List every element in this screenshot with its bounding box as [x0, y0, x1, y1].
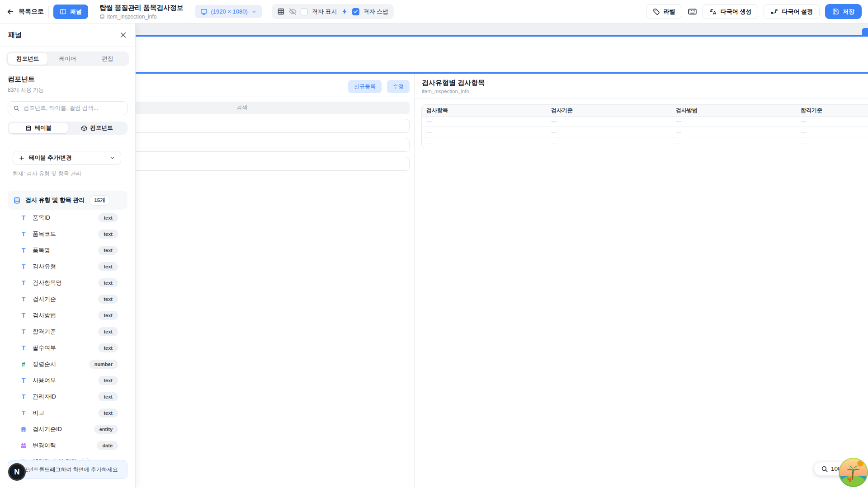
field-row[interactable]: T합격기준text — [8, 324, 127, 340]
back-button[interactable]: 목록으로 — [6, 8, 44, 16]
text-type-icon: T — [20, 377, 27, 384]
components-count: 83개 사용 가능 — [8, 86, 127, 94]
text-type-icon: T — [20, 214, 27, 221]
grid-show-checkbox[interactable] — [301, 8, 308, 15]
search-icon — [13, 105, 20, 112]
tab-components[interactable]: 컴포넌트 — [8, 53, 47, 65]
monitor-icon — [200, 8, 208, 15]
component-search-input[interactable]: 컴포넌트, 테이블, 컬럼 검색... — [8, 101, 127, 115]
tag-icon — [653, 8, 660, 15]
column-header: 검사기준 — [551, 107, 676, 114]
divider — [48, 6, 49, 18]
field-row[interactable]: T관리자IDtext — [8, 389, 127, 405]
save-icon — [832, 8, 839, 15]
search-placeholder: 컴포넌트, 테이블, 컬럼 검색... — [24, 104, 98, 112]
text-type-icon: T — [20, 328, 27, 335]
database-icon — [25, 125, 32, 131]
grid-title: 검사유형별 검사항목 — [422, 79, 868, 87]
column-count-badge: 15개 — [89, 195, 110, 206]
text-type-icon: T — [20, 247, 27, 254]
canvas-right-section[interactable]: 검사유형별 검사항목 item_inspection_info 검사항목 검사기… — [415, 74, 868, 148]
number-type-icon: # — [20, 361, 27, 368]
type-badge: text — [98, 213, 118, 222]
column-header: 검사방법 — [676, 107, 801, 114]
entity-type-icon — [20, 426, 27, 433]
type-badge: text — [98, 376, 118, 385]
new-register-badge[interactable]: 신규등록 — [348, 80, 382, 93]
table-header-row: 검사항목 검사기준 검사방법 합격기준 — [422, 105, 868, 117]
page-title-block: 탑씰 품질관리 품목검사정보 item_inspection_info — [98, 4, 185, 20]
database-icon — [13, 197, 21, 204]
text-type-icon: T — [20, 263, 27, 270]
field-row[interactable]: T사용여부text — [8, 372, 127, 389]
field-row[interactable]: #정렬순서number — [8, 356, 127, 372]
panel-toggle-button[interactable]: 패널 — [53, 5, 88, 19]
text-type-icon: T — [20, 296, 27, 303]
island-extension-button[interactable] — [838, 457, 868, 488]
field-list: T품목IDtext T품목코드text T품목명text T검사유형text T… — [8, 210, 127, 470]
type-badge: text — [98, 392, 118, 401]
type-badge: text — [98, 230, 118, 239]
text-type-icon: T — [20, 344, 27, 352]
text-type-icon: T — [20, 279, 27, 286]
eye-off-icon[interactable] — [289, 8, 297, 15]
divider — [267, 6, 267, 18]
plus-icon — [19, 155, 25, 161]
i18n-settings-button[interactable]: 다국어 설정 — [764, 4, 820, 19]
database-icon — [99, 14, 105, 19]
drag-hint: 컴포넌트를 드래그하여 화면에 추가하세요 — [8, 460, 127, 479]
field-row[interactable]: 변경이력date — [8, 437, 127, 454]
current-table-label: 현재: 검사 유형 및 항목 관리 — [13, 170, 127, 178]
grid-snap-checkbox[interactable] — [352, 8, 359, 15]
page-title: 탑씰 품질관리 품목검사정보 — [99, 4, 184, 12]
column-header: 검사항목 — [426, 107, 551, 114]
toggle-component-button[interactable]: 컴포넌트 — [68, 123, 127, 133]
keyboard-shortcuts-button[interactable] — [688, 7, 697, 16]
field-row[interactable]: T검사기준text — [8, 291, 127, 307]
label-button[interactable]: 라벨 — [646, 4, 682, 19]
inspection-table[interactable]: 검사항목 검사기준 검사방법 합격기준 ------ ------ ------… — [421, 104, 868, 148]
add-table-button[interactable]: 테이블 추가/변경 — [13, 151, 121, 165]
field-row[interactable]: T품목명text — [8, 242, 127, 258]
cube-icon — [81, 125, 87, 131]
chevron-down-icon — [251, 9, 257, 14]
text-type-icon: T — [20, 409, 27, 417]
type-badge: text — [98, 295, 118, 304]
toolbar: 목록으로 패널 탑씰 품질관리 품목검사정보 item_inspection_i… — [0, 0, 868, 23]
edit-badge[interactable]: 수정 — [387, 80, 410, 93]
divider — [190, 6, 190, 18]
grid-snap-label: 격자 스냅 — [363, 8, 389, 16]
field-row[interactable]: T검사항목명text — [8, 275, 127, 291]
i18n-generate-button[interactable]: 다국어 생성 — [703, 4, 759, 19]
selection-handle[interactable] — [862, 28, 868, 35]
table-name: 검사 유형 및 항목 관리 — [25, 196, 85, 204]
selected-table-row[interactable]: 검사 유형 및 항목 관리 15개 — [8, 191, 127, 210]
section-divider — [415, 98, 868, 99]
save-button[interactable]: 저장 — [825, 4, 862, 19]
table-row: ------ ------ — [422, 137, 868, 148]
grid-icon[interactable] — [277, 8, 285, 15]
tab-edit[interactable]: 편집 — [88, 53, 127, 65]
keyboard-icon — [688, 7, 697, 16]
lightning-icon[interactable] — [341, 8, 348, 15]
branch-icon — [770, 8, 778, 15]
close-panel-button[interactable] — [119, 31, 127, 39]
field-row[interactable]: T검사방법text — [8, 307, 127, 324]
field-row[interactable]: T품목IDtext — [8, 210, 127, 226]
resolution-selector[interactable]: (868 × 488) — [195, 5, 262, 18]
close-icon — [119, 31, 127, 39]
field-row[interactable]: T필수여부text — [8, 340, 127, 356]
source-toggle: 테이블 컴포넌트 — [8, 122, 127, 135]
toggle-table-button[interactable]: 테이블 — [9, 123, 68, 133]
panel-icon — [60, 8, 66, 15]
tab-layers[interactable]: 레이어 — [47, 53, 87, 65]
field-row[interactable]: T검사유형text — [8, 258, 127, 275]
type-badge: text — [98, 311, 118, 320]
chevron-down-icon — [109, 155, 115, 161]
field-row[interactable]: T비고text — [8, 405, 127, 421]
divider — [8, 185, 127, 185]
components-section-title: 컴포넌트 — [8, 75, 127, 84]
field-row[interactable]: 검사기준IDentity — [8, 421, 127, 437]
field-row[interactable]: T품목코드text — [8, 226, 127, 242]
app-logo-button[interactable]: N — [8, 463, 26, 481]
